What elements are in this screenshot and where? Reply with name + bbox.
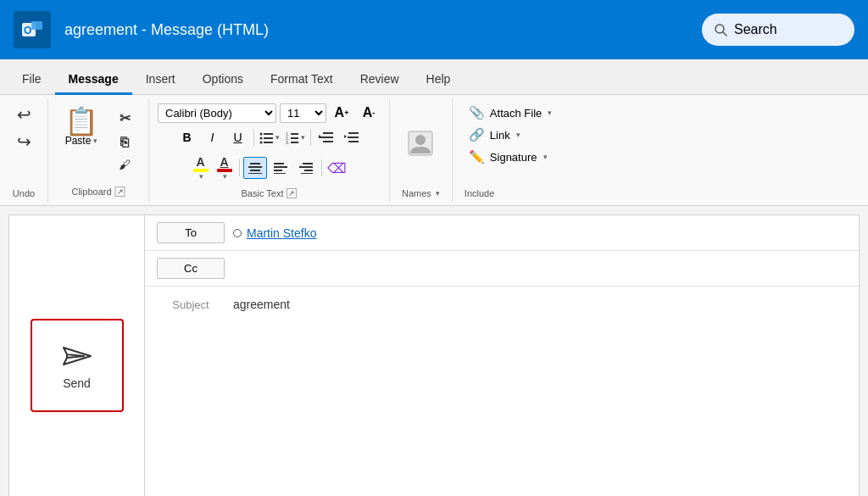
clipboard-expand[interactable]: ↗ (115, 187, 125, 197)
svg-rect-26 (248, 166, 262, 168)
search-icon (714, 23, 727, 36)
divider4 (321, 159, 322, 176)
recipient-name[interactable]: Martin Stefko (247, 226, 316, 240)
svg-rect-27 (250, 170, 260, 171)
increase-font-size-button[interactable]: A+ (330, 102, 353, 124)
send-section: Send (9, 215, 145, 496)
divider (253, 129, 254, 146)
svg-rect-31 (274, 170, 282, 171)
font-group: Calibri (Body) Arial Times New Roman 11 … (149, 98, 390, 202)
svg-point-38 (415, 135, 426, 145)
cc-field: Cc (145, 251, 859, 287)
svg-rect-25 (250, 163, 260, 164)
cc-button[interactable]: Cc (157, 258, 225, 279)
svg-rect-2 (31, 21, 42, 30)
recipient-dot (233, 229, 242, 237)
undo-group: ↩ ↪ Undo (0, 98, 48, 202)
divider3 (239, 159, 240, 176)
svg-rect-36 (301, 173, 313, 174)
names-icon (405, 128, 436, 159)
bold-button[interactable]: B (175, 126, 199, 148)
svg-rect-35 (304, 170, 313, 171)
clipboard-group: 📋 Paste ▾ ✂ ⎘ 🖌 Clipboard ↗ (48, 98, 149, 202)
redo-button[interactable]: ↪ (8, 129, 39, 154)
to-recipients: Martin Stefko (233, 226, 859, 240)
tab-file[interactable]: File (8, 65, 55, 95)
svg-rect-32 (274, 173, 286, 174)
tab-review[interactable]: Review (347, 65, 413, 95)
tab-help[interactable]: Help (413, 65, 465, 95)
svg-rect-33 (303, 163, 313, 164)
undo-button[interactable]: ↩ (8, 102, 39, 127)
cc-recipients[interactable] (233, 260, 859, 277)
ribbon-tabs: File Message Insert Options Format Text … (0, 59, 868, 95)
svg-rect-34 (299, 166, 313, 168)
svg-rect-23 (348, 141, 359, 142)
svg-rect-12 (291, 133, 298, 135)
subject-value[interactable]: agreement (233, 298, 290, 311)
copy-button[interactable]: ⎘ (109, 131, 140, 153)
search-box[interactable]: Search (702, 14, 854, 46)
outlook-icon: O (14, 11, 51, 48)
cut-button[interactable]: ✂ (109, 107, 140, 130)
align-center-button[interactable] (243, 157, 267, 179)
to-button[interactable]: To (157, 222, 225, 243)
to-field: To Martin Stefko (145, 215, 859, 251)
include-group-label: Include (465, 185, 556, 198)
format-painter-button[interactable]: 🖌 (109, 155, 140, 174)
font-color-button[interactable]: A ▾ (214, 153, 236, 183)
title-bar: O agreement - Message (HTML) Search (0, 0, 868, 59)
font-size-select[interactable]: 11 8910 121416 (280, 103, 326, 123)
undo-group-label: Undo (13, 185, 35, 198)
tab-insert[interactable]: Insert (132, 65, 189, 95)
include-group: 📎 Attach File ▾ 🔗 Link ▾ ✏️ Signature ▾ … (453, 98, 568, 202)
italic-button[interactable]: I (201, 126, 225, 148)
decrease-font-size-button[interactable]: A- (357, 102, 381, 124)
search-label: Search (734, 22, 777, 37)
svg-rect-21 (348, 132, 359, 134)
names-group-label: Names ▾ (402, 185, 440, 198)
tab-message[interactable]: Message (55, 65, 132, 95)
numbering-button[interactable]: 1.2.3. ▾ (283, 126, 307, 148)
svg-rect-6 (264, 133, 273, 135)
svg-point-7 (259, 137, 262, 140)
signature-button[interactable]: ✏️ Signature ▾ (465, 146, 556, 168)
svg-rect-8 (264, 137, 273, 139)
paste-button[interactable]: 📋 Paste ▾ (57, 103, 106, 151)
svg-rect-17 (323, 132, 333, 134)
svg-text:O: O (24, 25, 31, 36)
decrease-indent-button[interactable] (314, 126, 338, 148)
names-group: Names ▾ (390, 98, 453, 202)
ribbon-content: ↩ ↪ Undo 📋 Paste ▾ ✂ ⎘ 🖌 (0, 95, 868, 206)
svg-point-9 (259, 142, 262, 144)
svg-marker-24 (344, 135, 347, 138)
svg-rect-28 (248, 173, 262, 174)
attach-file-button[interactable]: 📎 Attach File ▾ (465, 102, 556, 124)
window-title: agreement - Message (HTML) (64, 21, 702, 39)
underline-button[interactable]: U (226, 126, 250, 148)
fields-area: To Martin Stefko Cc Subject agreement (145, 215, 859, 496)
svg-rect-22 (348, 137, 359, 138)
bullets-button[interactable]: ▾ (258, 126, 281, 148)
divider2 (310, 129, 311, 146)
tab-options[interactable]: Options (189, 65, 257, 95)
clear-format-button[interactable]: ⌫ (326, 157, 349, 179)
svg-text:3.: 3. (286, 140, 289, 144)
align-left-button[interactable] (269, 157, 292, 179)
svg-rect-19 (323, 141, 333, 142)
svg-rect-16 (291, 142, 298, 143)
send-button[interactable]: Send (31, 319, 124, 412)
subject-label: Subject (157, 298, 225, 311)
font-family-select[interactable]: Calibri (Body) Arial Times New Roman (158, 103, 276, 123)
clipboard-group-label: Clipboard ↗ (71, 183, 125, 197)
tab-format-text[interactable]: Format Text (257, 65, 347, 95)
basic-text-expand[interactable]: ↗ (287, 188, 297, 198)
names-button[interactable] (405, 102, 436, 185)
increase-indent-button[interactable] (340, 126, 364, 148)
link-button[interactable]: 🔗 Link ▾ (465, 124, 556, 146)
align-right-button[interactable] (294, 157, 318, 179)
highlight-color-button[interactable]: A ▾ (190, 153, 212, 183)
svg-point-5 (259, 133, 262, 136)
basic-text-group-label: Basic Text ↗ (242, 185, 298, 198)
svg-rect-30 (274, 166, 287, 168)
